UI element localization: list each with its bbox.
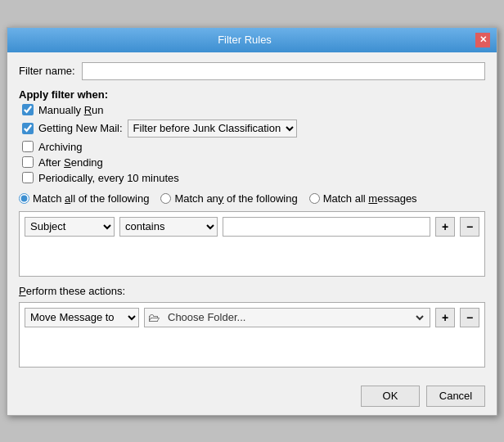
title-bar: Filter Rules ✕ (7, 28, 497, 52)
archiving-row: Archiving (19, 141, 485, 153)
junk-classification-dropdown[interactable]: Filter before Junk Classification Filter… (128, 120, 297, 138)
dialog-body: Filter name: Apply filter when: Manually… (7, 52, 497, 377)
manually-run-row: Manually Run (19, 104, 485, 116)
match-options-row: Match all of the following Match any of … (19, 192, 485, 205)
ok-button[interactable]: OK (361, 386, 420, 407)
perform-actions-section: Perform these actions: Move Message to C… (19, 285, 485, 368)
subject-dropdown[interactable]: Subject From To CC To or CC Body (25, 217, 115, 237)
filter-name-label: Filter name: (19, 65, 75, 77)
remove-action-button[interactable]: − (460, 308, 479, 327)
contains-dropdown[interactable]: contains doesn't contain is isn't begins… (119, 217, 218, 237)
dialog-footer: OK Cancel (7, 377, 497, 415)
conditions-box: Subject From To CC To or CC Body contain… (19, 211, 485, 277)
manually-run-label: Manually Run (38, 104, 104, 116)
condition-row: Subject From To CC To or CC Body contain… (25, 217, 479, 237)
filter-name-input[interactable] (82, 62, 485, 80)
action-dropdown[interactable]: Move Message to Copy Message to Delete M… (25, 308, 139, 327)
perform-actions-label: Perform these actions: (19, 285, 485, 297)
folder-icon: 🗁 (148, 311, 160, 324)
folder-wrapper: 🗁 Choose Folder... (144, 308, 430, 327)
action-row: Move Message to Copy Message to Delete M… (25, 308, 479, 327)
periodically-row: Periodically, every 10 minutes (19, 172, 485, 184)
filter-rules-dialog: Filter Rules ✕ Filter name: Apply filter… (7, 27, 497, 416)
after-sending-checkbox[interactable] (22, 156, 34, 168)
match-all-messages-radio[interactable] (309, 193, 320, 204)
manually-run-checkbox[interactable] (22, 104, 34, 115)
archiving-label: Archiving (38, 141, 82, 153)
getting-new-mail-row: Getting New Mail: Filter before Junk Cla… (19, 120, 485, 138)
add-condition-button[interactable]: + (435, 217, 455, 237)
match-any-option: Match any of the following (160, 192, 297, 205)
after-sending-label: After Sending (38, 156, 103, 169)
periodically-checkbox[interactable] (22, 172, 34, 183)
close-button[interactable]: ✕ (475, 33, 490, 47)
archiving-checkbox[interactable] (22, 141, 34, 152)
actions-box: Move Message to Copy Message to Delete M… (19, 302, 485, 368)
filter-name-row: Filter name: (19, 62, 485, 80)
match-all-messages-option: Match all messages (309, 192, 417, 205)
condition-value-input[interactable] (223, 217, 430, 237)
match-any-radio[interactable] (160, 193, 171, 204)
match-any-label: Match any of the following (174, 192, 297, 205)
periodically-label: Periodically, every 10 minutes (38, 172, 179, 184)
apply-filter-label: Apply filter when: (19, 88, 485, 101)
match-all-radio[interactable] (19, 193, 29, 204)
getting-new-mail-label: Getting New Mail: (38, 122, 123, 134)
remove-condition-button[interactable]: − (460, 217, 479, 237)
choose-folder-dropdown[interactable]: Choose Folder... (163, 308, 426, 327)
add-action-button[interactable]: + (435, 308, 455, 327)
after-sending-row: After Sending (19, 156, 485, 169)
match-all-label: Match all of the following (33, 192, 149, 205)
match-all-messages-label: Match all messages (323, 192, 417, 205)
match-all-option: Match all of the following (19, 192, 149, 205)
cancel-button[interactable]: Cancel (426, 386, 485, 407)
apply-filter-section: Apply filter when: Manually Run Getting … (19, 88, 485, 184)
getting-new-mail-checkbox[interactable] (22, 123, 34, 134)
dialog-title: Filter Rules (14, 34, 475, 46)
